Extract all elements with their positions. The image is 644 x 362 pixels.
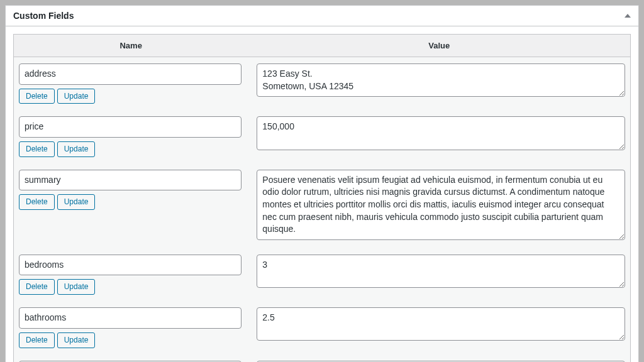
field-value-textarea[interactable] [257,63,625,97]
update-button[interactable]: Update [57,89,96,104]
field-name-input[interactable] [19,170,242,191]
collapse-toggle-icon[interactable] [625,14,631,18]
update-button[interactable]: Update [57,141,96,157]
update-button[interactable]: Update [57,194,96,210]
field-button-row: DeleteUpdate [19,141,242,157]
field-name-input[interactable] [19,255,242,276]
field-row: DeleteUpdate [14,110,630,163]
field-rows: DeleteUpdateDeleteUpdateDeleteUpdateDele… [14,57,630,362]
table-head: Name Value [14,35,630,57]
update-button[interactable]: Update [57,279,96,295]
field-value-cell [249,63,625,99]
column-header-value: Value [248,35,630,57]
field-row: DeleteUpdate [14,301,630,354]
field-name-cell: DeleteUpdate [19,307,249,348]
panel-title: Custom Fields [13,11,74,21]
field-value-textarea[interactable] [257,170,625,240]
field-name-cell: DeleteUpdate [19,63,249,104]
field-name-input[interactable] [19,307,242,329]
field-button-row: DeleteUpdate [19,279,242,295]
field-value-textarea[interactable] [257,255,625,288]
field-name-input[interactable] [19,63,242,85]
delete-button[interactable]: Delete [19,279,55,295]
delete-button[interactable]: Delete [19,89,55,104]
field-name-input[interactable] [19,116,242,138]
field-row: DeleteUpdate [14,248,630,301]
field-button-row: DeleteUpdate [19,194,242,210]
field-button-row: DeleteUpdate [19,89,242,104]
panel-header: Custom Fields [6,6,638,26]
field-row: DeleteUpdate [14,57,630,110]
panel-body: Name Value DeleteUpdateDeleteUpdateDelet… [6,26,638,362]
field-value-textarea[interactable] [257,116,625,150]
field-value-cell [249,307,625,343]
delete-button[interactable]: Delete [19,332,55,348]
delete-button[interactable]: Delete [19,141,55,157]
field-value-cell [249,170,625,242]
column-header-name: Name [14,35,248,57]
field-row: DeleteUpdate [14,354,630,362]
field-value-textarea[interactable] [257,307,625,341]
field-button-row: DeleteUpdate [19,332,242,348]
field-value-cell [249,255,625,290]
field-value-cell [249,116,625,151]
field-name-cell: DeleteUpdate [19,170,249,210]
field-name-cell: DeleteUpdate [19,255,249,295]
custom-fields-panel: Custom Fields Name Value DeleteUpdateDel… [5,5,639,362]
delete-button[interactable]: Delete [19,194,55,210]
update-button[interactable]: Update [57,332,96,348]
fields-container: Name Value DeleteUpdateDeleteUpdateDelet… [13,34,631,362]
field-row: DeleteUpdate [14,163,630,248]
field-name-cell: DeleteUpdate [19,116,249,156]
